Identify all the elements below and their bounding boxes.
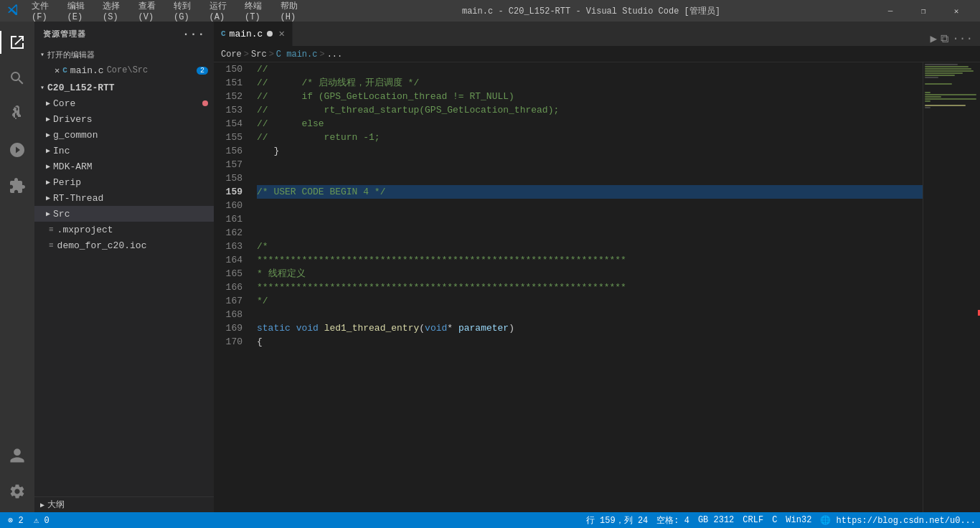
gcommon-label: g_common bbox=[53, 130, 98, 141]
mxproject-label: .mxproject bbox=[57, 225, 113, 235]
activity-source-control[interactable] bbox=[0, 97, 34, 131]
open-editors-chevron: ▾ bbox=[40, 50, 44, 59]
menu-edit[interactable]: 编辑(E) bbox=[62, 0, 96, 24]
folder-root-header[interactable]: ▾ C20_L152-RTT bbox=[34, 80, 214, 95]
activity-extensions[interactable] bbox=[0, 169, 34, 203]
statusbar-encoding[interactable]: GB 2312 bbox=[694, 512, 738, 528]
tree-item-core[interactable]: ▶ Core bbox=[34, 95, 214, 111]
encoding-text: GB 2312 bbox=[698, 515, 734, 525]
minimap-content bbox=[923, 62, 980, 512]
sidebar-content: ▾ 打开的编辑器 ✕ C main.c Core\Src 2 ▾ C20_L15… bbox=[34, 47, 214, 496]
menu-select[interactable]: 选择(S) bbox=[97, 0, 131, 24]
tree-item-inc[interactable]: ▶ Inc bbox=[34, 143, 214, 159]
file-item-demoioc[interactable]: ≡ demo_for_c20.ioc bbox=[34, 237, 214, 253]
line-ending-text: CRLF bbox=[743, 515, 763, 525]
src-chevron: ▶ bbox=[46, 209, 50, 218]
statusbar-indent[interactable]: 空格: 4 bbox=[652, 512, 694, 528]
menu-help[interactable]: 帮助(H) bbox=[275, 0, 309, 24]
open-editors-label: 打开的编辑器 bbox=[47, 50, 95, 60]
tree-item-src[interactable]: ▶ Src bbox=[34, 206, 214, 222]
outline-header[interactable]: ▶ 大纲 bbox=[34, 496, 214, 512]
file-item-mxproject[interactable]: ≡ .mxproject bbox=[34, 222, 214, 237]
statusbar-left: ⊗ 2 ⚠ 0 bbox=[0, 512, 57, 528]
minimap bbox=[923, 62, 980, 512]
editor-area: C main.c ✕ ▶ ⧉ ··· Core > Src > C main.c… bbox=[214, 22, 980, 512]
breadcrumb-file[interactable]: C main.c bbox=[276, 50, 318, 60]
minimize-button[interactable]: — bbox=[874, 0, 907, 22]
close-button[interactable]: ✕ bbox=[940, 0, 973, 22]
editor-badge: 2 bbox=[197, 67, 208, 75]
statusbar-platform[interactable]: Win32 bbox=[781, 512, 816, 528]
demoioc-icon: ≡ bbox=[49, 241, 54, 250]
statusbar-position[interactable]: 行 159，列 24 bbox=[582, 512, 652, 528]
menu-terminal[interactable]: 终端(T) bbox=[239, 0, 273, 24]
window-title: main.c - C20_L152-RTT - Visual Studio Co… bbox=[308, 5, 874, 17]
editor-file-icon: C bbox=[62, 66, 67, 75]
src-label: Src bbox=[53, 209, 70, 220]
open-editors-header[interactable]: ▾ 打开的编辑器 bbox=[34, 47, 214, 62]
tree-item-gcommon[interactable]: ▶ g_common bbox=[34, 127, 214, 143]
gcommon-chevron: ▶ bbox=[46, 131, 50, 139]
breadcrumb: Core > Src > C main.c > ... bbox=[214, 47, 980, 62]
tab-file-icon: C bbox=[221, 29, 226, 38]
tab-actions: ▶ ⧉ ··· bbox=[930, 32, 980, 46]
menu-run[interactable]: 运行(A) bbox=[204, 0, 238, 24]
breadcrumb-src[interactable]: Src bbox=[251, 50, 267, 60]
tree-item-rtthread[interactable]: ▶ RT-Thread bbox=[34, 190, 214, 206]
tab-main-c[interactable]: C main.c ✕ bbox=[214, 22, 293, 46]
run-action-button[interactable]: ▶ bbox=[930, 32, 938, 46]
maximize-button[interactable]: ❐ bbox=[907, 0, 940, 22]
menu-file[interactable]: 文件(F) bbox=[26, 0, 60, 24]
breadcrumb-symbol[interactable]: ... bbox=[327, 50, 343, 60]
activity-bottom bbox=[0, 438, 34, 512]
open-editor-item[interactable]: ✕ C main.c Core\Src 2 bbox=[34, 62, 214, 78]
core-chevron: ▶ bbox=[46, 99, 50, 108]
statusbar: ⊗ 2 ⚠ 0 行 159，列 24 空格: 4 GB 2312 CRLF C … bbox=[0, 512, 980, 528]
error-warning-icon: ⊗ 2 ⚠ 0 bbox=[8, 515, 50, 526]
url-text: 🌐 https://blog.csdn.net/u0... bbox=[820, 515, 976, 526]
statusbar-line-ending[interactable]: CRLF bbox=[738, 512, 768, 528]
tab-filename: main.c bbox=[230, 29, 263, 39]
menu-goto[interactable]: 转到(G) bbox=[168, 0, 202, 24]
code-content[interactable]: //// /* 启动线程，开启调度 */// if (GPS_GetLocati… bbox=[250, 62, 923, 512]
breadcrumb-sep2: > bbox=[269, 50, 274, 60]
editor-close-icon[interactable]: ✕ bbox=[55, 65, 60, 76]
tab-close-icon[interactable]: ✕ bbox=[278, 29, 284, 39]
perip-label: Perip bbox=[53, 177, 81, 188]
editor-filepath: Core\Src bbox=[107, 65, 149, 75]
rtthread-chevron: ▶ bbox=[46, 194, 50, 202]
activity-run-debug[interactable] bbox=[0, 133, 34, 167]
split-editor-button[interactable]: ⧉ bbox=[941, 32, 948, 46]
editor-filename: main.c bbox=[70, 65, 104, 76]
breadcrumb-sep1: > bbox=[244, 50, 249, 60]
minimap-lines bbox=[923, 62, 980, 512]
sidebar-header: 资源管理器 ··· bbox=[34, 22, 214, 47]
drivers-chevron: ▶ bbox=[46, 115, 50, 123]
activity-search[interactable] bbox=[0, 61, 34, 95]
activity-explorer[interactable] bbox=[0, 25, 34, 60]
inc-chevron: ▶ bbox=[46, 146, 50, 155]
tree-item-mdkarm[interactable]: ▶ MDK-ARM bbox=[34, 159, 214, 174]
outline-label: 大纲 bbox=[47, 499, 65, 511]
tab-unsaved-badge bbox=[267, 31, 273, 37]
vscode-logo bbox=[7, 4, 19, 19]
statusbar-url[interactable]: 🌐 https://blog.csdn.net/u0... bbox=[816, 512, 980, 528]
breadcrumb-core[interactable]: Core bbox=[221, 50, 242, 60]
activity-settings[interactable] bbox=[0, 474, 34, 509]
outline-chevron: ▶ bbox=[40, 501, 44, 509]
position-text: 行 159，列 24 bbox=[586, 514, 648, 527]
statusbar-errors[interactable]: ⊗ 2 ⚠ 0 bbox=[4, 512, 54, 528]
tree-item-drivers[interactable]: ▶ Drivers bbox=[34, 111, 214, 127]
menu-bar: 文件(F) 编辑(E) 选择(S) 查看(V) 转到(G) 运行(A) 终端(T… bbox=[26, 0, 308, 24]
tree-item-perip[interactable]: ▶ Perip bbox=[34, 174, 214, 190]
statusbar-language[interactable]: C bbox=[768, 512, 781, 528]
code-editor: 1501511521531541551561571581591601611621… bbox=[214, 62, 980, 512]
activity-account[interactable] bbox=[0, 438, 34, 473]
perip-chevron: ▶ bbox=[46, 178, 50, 187]
mdkarm-label: MDK-ARM bbox=[53, 161, 93, 172]
platform-text: Win32 bbox=[786, 515, 811, 525]
sidebar-more-icon[interactable]: ··· bbox=[182, 28, 205, 41]
more-actions-button[interactable]: ··· bbox=[952, 32, 973, 45]
menu-view[interactable]: 查看(V) bbox=[133, 0, 167, 24]
rtthread-label: RT-Thread bbox=[53, 193, 103, 204]
